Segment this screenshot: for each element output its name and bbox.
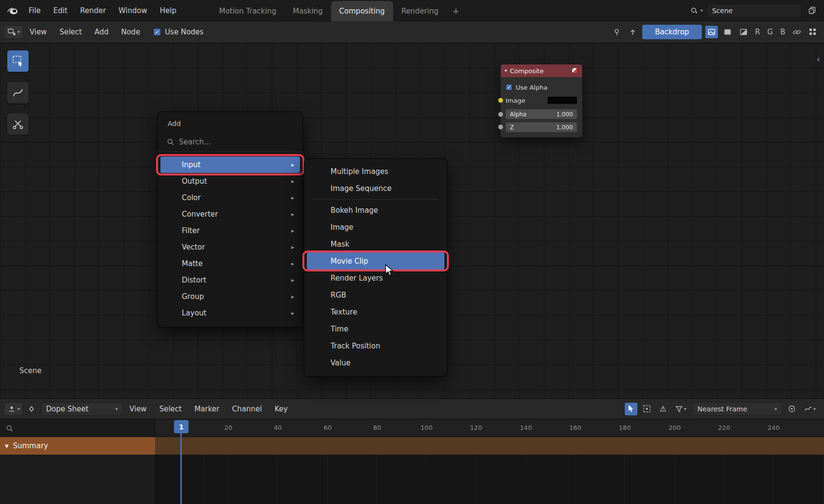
backdrop-alpha-toggle[interactable] [737,26,750,38]
ruler-tick: 240 [768,424,780,431]
menu-item-multiple-images[interactable]: Multiple Images [307,163,444,180]
blender-logo-icon[interactable] [6,4,19,17]
summary-channel-row[interactable]: ▼ Summary [0,437,155,455]
menu-item-distort[interactable]: Distort ▸ [160,272,300,288]
menu-channel[interactable]: Channel [226,398,269,420]
menu-item-render-layers[interactable]: Render Layers [307,269,444,286]
proportional-editing-toggle[interactable] [786,403,798,415]
sidebar-collapse-arrow[interactable]: ‹ [817,54,820,64]
filter-dropdown[interactable]: ▾ [673,403,689,415]
menu-item-matte[interactable]: Matte ▸ [160,255,300,272]
backdrop-channel-b-button[interactable]: B [778,28,787,36]
menu-item-time[interactable]: Time [307,320,444,337]
menu-item-color[interactable]: Color ▸ [160,189,300,206]
cut-links-tool-button[interactable] [7,113,29,135]
z-input-socket[interactable] [498,124,504,130]
menu-select[interactable]: Select [153,398,188,420]
playhead-line[interactable] [180,433,182,504]
warning-icon: ⚠ [660,404,666,413]
tab-masking[interactable]: Masking [285,1,331,21]
backdrop-color-toggle[interactable] [721,26,734,38]
dope-sheet-mode-icon-button[interactable] [25,403,38,415]
composite-node-header[interactable]: ▾ Composite [501,64,582,77]
backdrop-color-alpha-toggle[interactable] [705,26,718,38]
menu-search-row[interactable] [158,132,302,152]
menu-render[interactable]: Render [74,0,112,21]
z-value: 1.000 [556,124,573,131]
channel-search-box[interactable] [0,419,155,437]
new-scene-copy-button[interactable] [806,4,818,17]
alpha-value-slider[interactable]: Alpha 1.000 [506,109,577,119]
expand-triangle-icon[interactable]: ▼ [5,443,9,449]
pin-toggle[interactable] [610,26,623,38]
menu-view[interactable]: View [23,21,53,43]
snap-mode-dropdown[interactable]: Nearest Frame ▾ [692,402,782,416]
menu-item-layout[interactable]: Layout ▸ [160,305,300,321]
image-color-swatch[interactable] [547,96,577,104]
menu-item-converter[interactable]: Converter ▸ [160,206,300,222]
menu-window[interactable]: Window [112,0,154,21]
menu-item-rgb[interactable]: RGB [307,286,444,303]
menu-view[interactable]: View [123,398,153,420]
input-submenu: Multiple Images Image Sequence Bokeh Ima… [304,158,447,377]
backdrop-channel-r-button[interactable]: R [753,28,762,36]
node-collapse-triangle-icon[interactable]: ▾ [505,68,507,73]
use-nodes-toggle[interactable]: ✓ Use Nodes [153,28,204,36]
backdrop-channel-g-button[interactable]: G [765,28,775,36]
current-frame-indicator[interactable]: 1 [174,420,189,433]
image-input-socket[interactable] [498,97,504,103]
ruler-tick: 100 [421,424,433,431]
menu-file[interactable]: File [22,0,47,21]
add-workspace-tab-button[interactable]: + [447,1,465,21]
menu-item-input[interactable]: Input ▸ [160,157,300,173]
snap-mode-dropdown[interactable] [807,26,819,38]
snap-toggle[interactable] [791,26,803,38]
tab-motion-tracking[interactable]: Motion Tracking [211,1,285,21]
menu-item-value[interactable]: Value [307,354,444,371]
show-hidden-toggle[interactable] [641,403,653,415]
menu-item-filter[interactable]: Filter ▸ [160,222,300,239]
submenu-arrow-icon: ▸ [291,178,294,185]
box-select-tool-button[interactable] [7,50,29,72]
show-errors-toggle[interactable]: ⚠ [657,403,669,415]
menu-node[interactable]: Node [115,21,146,43]
menu-add[interactable]: Add [88,21,115,43]
alpha-input-socket[interactable] [498,111,504,117]
use-alpha-checkbox[interactable]: ✓ [506,84,512,91]
menu-item-vector[interactable]: Vector ▸ [160,239,300,255]
menu-select[interactable]: Select [53,21,88,43]
annotate-tool-button[interactable] [7,81,29,104]
only-selected-filter-toggle[interactable] [625,403,637,415]
use-nodes-label: Use Nodes [165,28,204,36]
z-value-slider[interactable]: Z 1.000 [506,122,577,132]
menu-item-output[interactable]: Output ▸ [160,173,300,189]
use-nodes-checkbox[interactable]: ✓ [153,28,161,36]
scene-browse-button[interactable]: ▾ [690,6,703,15]
menu-item-movie-clip[interactable]: Movie Clip [307,252,444,269]
menu-help[interactable]: Help [154,0,183,21]
menu-item-mask[interactable]: Mask [307,236,444,252]
keyframe-interpolation-dropdown[interactable]: ▾ [802,403,818,415]
dope-sheet-mode-dropdown[interactable]: Dope Sheet ▾ [41,402,123,416]
go-to-parent-node-button[interactable] [626,26,639,38]
menu-item-image[interactable]: Image [307,219,444,236]
menu-edit[interactable]: Edit [47,0,74,21]
tab-rendering[interactable]: Rendering [393,1,447,21]
tab-compositing[interactable]: Compositing [331,1,393,21]
composite-node[interactable]: ▾ Composite ✓ Use Alpha Image Alpha 1.0 [500,64,583,138]
menu-item-track-position[interactable]: Track Position [307,337,444,354]
menu-item-texture[interactable]: Texture [307,303,444,320]
backdrop-button[interactable]: Backdrop [642,25,701,39]
add-menu-items: Input ▸ Output ▸ Color ▸ Converter ▸ Fil… [158,152,302,327]
menu-item-bokeh-image[interactable]: Bokeh Image [307,202,444,219]
scene-name-field[interactable]: Scene [707,4,802,17]
menu-item-group[interactable]: Group ▸ [160,288,300,305]
dope-sheet-editor-type-dropdown[interactable]: ▾ [4,402,23,416]
menu-key[interactable]: Key [268,398,294,420]
editor-type-dropdown[interactable]: ▾ [4,25,23,39]
menu-marker[interactable]: Marker [188,398,226,420]
menu-item-image-sequence[interactable]: Image Sequence [307,180,444,197]
menu-item-label: Mask [331,240,349,249]
menu-search-input[interactable] [179,138,276,146]
channel-search-input[interactable] [14,425,135,432]
